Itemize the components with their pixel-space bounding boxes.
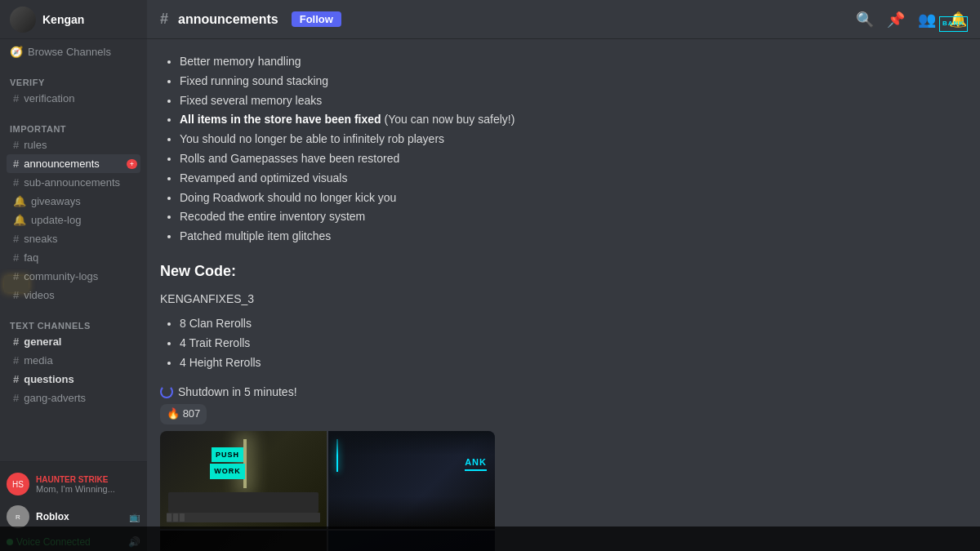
- server-header[interactable]: Kengan: [0, 0, 147, 39]
- hash-icon: #: [13, 392, 19, 404]
- channel-name: rules: [24, 139, 47, 151]
- message-list: Better memory handling Fixed running sou…: [160, 52, 967, 551]
- browse-channels-label: Browse Channels: [28, 46, 111, 58]
- channel-item-media[interactable]: # media: [7, 351, 140, 370]
- activity-icon: 📺: [129, 512, 140, 522]
- section-verify: VERIFY # verification: [0, 64, 147, 111]
- channel-name: verification: [24, 92, 74, 104]
- hash-icon: #: [13, 92, 19, 104]
- channel-item-general[interactable]: # general: [7, 332, 140, 351]
- reward-item: 8 Clan Rerolls: [180, 314, 967, 334]
- channel-header-name: announcements: [178, 12, 278, 27]
- channel-name: faq: [24, 251, 38, 264]
- list-item: You should no longer be able to infinite…: [180, 130, 967, 149]
- section-text-channels: TEXT CHANNELS # general # media # questi…: [0, 308, 147, 411]
- shutdown-line: Shutdown in 5 minutes!: [160, 383, 967, 401]
- channel-item-sneaks[interactable]: # sneaks: [7, 229, 140, 248]
- bold-text: All items in the store have been fixed: [180, 113, 381, 126]
- loading-spinner: [160, 385, 173, 398]
- hash-icon: #: [13, 251, 19, 264]
- compass-icon: 🧭: [10, 46, 23, 58]
- channel-name: gang-adverts: [24, 392, 86, 404]
- search-icon[interactable]: 🔍: [856, 11, 874, 29]
- bell-icon: 🔔: [13, 214, 26, 226]
- follow-button[interactable]: Follow: [292, 11, 341, 27]
- activity-text-roblox: Roblox: [36, 511, 69, 522]
- reward-item: 4 Height Rerolls: [180, 353, 967, 373]
- reward-item: 4 Trait Rerolls: [180, 334, 967, 353]
- channel-item-gang-adverts[interactable]: # gang-adverts: [7, 389, 140, 407]
- activity-name: HAUNTER STRIKE: [36, 475, 115, 484]
- section-label-important: IMPORTANT: [7, 124, 140, 134]
- new-code-title: New Code:: [160, 260, 967, 283]
- notification-badge: +: [127, 159, 137, 169]
- channel-item-rules[interactable]: # rules: [7, 136, 140, 154]
- new-code-section: New Code: KENGANFIXES_3 8 Clan Rerolls 4…: [160, 260, 967, 373]
- activity-detail: Mom, I'm Winning...: [36, 484, 115, 494]
- channel-name: community-logs: [24, 270, 98, 282]
- channel-name: announcements: [24, 158, 100, 170]
- activity-name-roblox: Roblox: [36, 511, 69, 522]
- channel-item-update-log[interactable]: 🔔 update-log: [7, 211, 140, 229]
- hash-icon: #: [13, 139, 19, 151]
- section-label-text-channels: TEXT CHANNELS: [7, 321, 140, 331]
- image-grid[interactable]: PUSH WORK ANK H A N: [160, 431, 495, 551]
- hash-icon: #: [13, 373, 19, 385]
- bullet-list-intro: Better memory handling Fixed running sou…: [160, 52, 967, 247]
- list-item: Recoded the entire inventory system: [180, 207, 967, 227]
- night-scene-bottom-right: BANK: [328, 531, 495, 551]
- channel-name: questions: [24, 373, 74, 385]
- main-content: # announcements Follow 🔍 📌 👥 🔔 Better me…: [147, 0, 980, 551]
- hash-icon: #: [13, 158, 19, 170]
- members-icon[interactable]: 👥: [918, 11, 936, 29]
- hash-icon: #: [13, 176, 19, 189]
- channel-item-questions[interactable]: # questions: [7, 370, 140, 389]
- channel-name: giveaways: [31, 195, 81, 207]
- code-rewards-list: 8 Clan Rerolls 4 Trait Rerolls 4 Height …: [160, 314, 967, 372]
- channel-item-giveaways[interactable]: 🔔 giveaways: [7, 192, 140, 211]
- sidebar-channels: VERIFY # verification IMPORTANT # rules …: [0, 64, 147, 461]
- reaction-fire[interactable]: 🔥 807: [160, 404, 207, 424]
- channel-item-announcements[interactable]: # announcements +: [7, 154, 140, 173]
- server-avatar: [10, 7, 36, 33]
- code-value: KENGANFIXES_3: [160, 290, 967, 308]
- gym-image-topleft: PUSH WORK: [160, 431, 327, 529]
- channel-name: sub-announcements: [24, 176, 120, 189]
- channel-header: # announcements Follow 🔍 📌 👥 🔔: [147, 0, 980, 39]
- hash-icon: #: [13, 233, 19, 245]
- hash-icon: #: [13, 335, 19, 348]
- activity-avatar: HS: [7, 473, 29, 495]
- browse-channels-button[interactable]: 🧭 Browse Channels: [0, 39, 147, 64]
- reaction-count: 807: [183, 407, 201, 420]
- channel-item-faq[interactable]: # faq: [7, 248, 140, 267]
- list-item: Fixed several memory leaks: [180, 91, 967, 111]
- channel-item-verification[interactable]: # verification: [7, 89, 140, 108]
- messages-area[interactable]: Better memory handling Fixed running sou…: [147, 39, 980, 551]
- server-name: Kengan: [42, 13, 84, 26]
- pin-icon[interactable]: 📌: [887, 11, 905, 29]
- section-label-verify: VERIFY: [7, 78, 140, 87]
- list-item: Rolls and Gamepasses have been restored: [180, 149, 967, 169]
- channel-hash-icon: #: [160, 11, 168, 28]
- activity-haunter-strike[interactable]: HS HAUNTER STRIKE Mom, I'm Winning...: [0, 468, 147, 500]
- list-item: All items in the store have been fixed (…: [180, 110, 967, 130]
- list-item: Fixed running sound stacking: [180, 72, 967, 91]
- list-item: Revamped and optimized visuals: [180, 169, 967, 189]
- channel-name: media: [24, 354, 52, 367]
- reaction-line: 🔥 807: [160, 404, 967, 424]
- channel-name: update-log: [31, 214, 81, 226]
- avatar-image: [10, 7, 36, 33]
- bank-sign: ANK: [465, 455, 487, 472]
- list-item: Patched multiple item glitches: [180, 227, 967, 247]
- channel-name: sneaks: [24, 233, 57, 245]
- bell-icon: 🔔: [13, 195, 26, 207]
- street-image-topright: ANK: [328, 431, 495, 529]
- hash-icon: #: [13, 354, 19, 367]
- list-item: Better memory handling: [180, 52, 967, 72]
- channel-item-sub-announcements[interactable]: # sub-announcements: [7, 173, 140, 192]
- activity-avatar-roblox: R: [7, 505, 29, 528]
- list-item: Doing Roadwork should no longer kick you: [180, 189, 967, 208]
- activity-text: HAUNTER STRIKE Mom, I'm Winning...: [36, 475, 115, 494]
- channel-name: general: [24, 335, 61, 348]
- shutdown-text: Shutdown in 5 minutes!: [178, 383, 297, 401]
